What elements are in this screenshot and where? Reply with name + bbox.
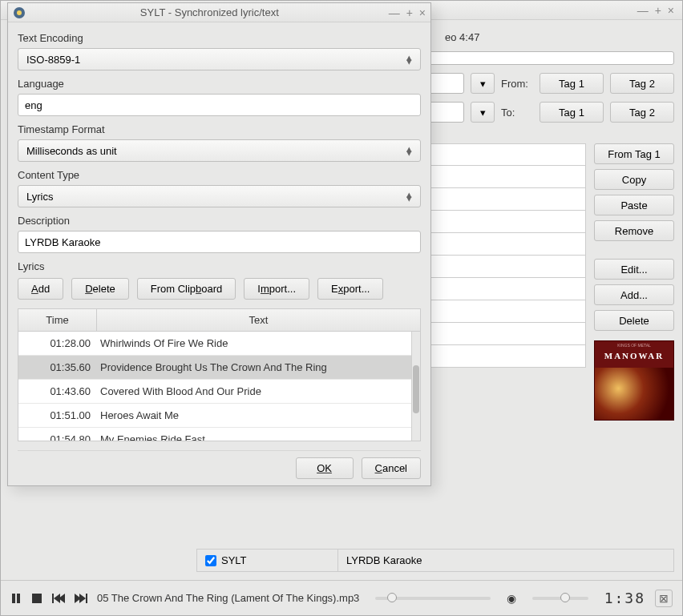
app-icon: [13, 6, 26, 19]
main-window-controls: — + ×: [637, 5, 674, 16]
timestamp-combo[interactable]: Milliseconds as unit ▴▾: [18, 139, 421, 162]
column-time-header[interactable]: Time: [18, 309, 97, 331]
chevron-down-icon: ▾: [480, 78, 486, 90]
time-display: 1:38: [604, 590, 645, 606]
to-label: To:: [501, 107, 533, 119]
lyrics-time-cell: 01:51.00: [18, 409, 97, 421]
previous-button[interactable]: [52, 593, 65, 604]
lyrics-text-cell: Heroes Await Me: [97, 409, 420, 421]
spinner-arrows-icon: ▴▾: [406, 55, 412, 63]
sylt-checkbox[interactable]: [205, 555, 216, 566]
close-icon[interactable]: ×: [668, 5, 674, 16]
language-label: Language: [18, 78, 421, 90]
from-tag2-button[interactable]: Tag 2: [610, 73, 674, 94]
column-text-header[interactable]: Text: [97, 309, 420, 331]
lyrics-row[interactable]: 01:28.00Whirlwinds Of Fire We Ride: [18, 332, 420, 356]
frames-row: SYLT LYRDB Karaoke: [196, 549, 674, 572]
minimize-icon[interactable]: —: [637, 5, 649, 16]
lyrics-button-row: Add Delete From Clipboard Import... Expo…: [18, 278, 421, 300]
player-track-title: 05 The Crown And The Ring (Lament Of The…: [97, 592, 359, 604]
timestamp-label: Timestamp Format: [18, 123, 421, 135]
dialog-titlebar: SYLT - Synchronized lyric/text — + ×: [8, 3, 430, 22]
maximize-icon[interactable]: +: [655, 5, 661, 16]
description-input[interactable]: [18, 231, 421, 253]
svg-rect-2: [32, 594, 42, 603]
from-tag1-button[interactable]: Tag 1: [540, 73, 604, 94]
volume-icon[interactable]: ◉: [507, 592, 516, 605]
lyrics-time-cell: 01:43.60: [18, 385, 97, 397]
lyrics-row[interactable]: 01:51.00Heroes Await Me: [18, 404, 420, 428]
lyrics-text-cell: Providence Brought Us The Crown And The …: [97, 361, 420, 373]
lyrics-row[interactable]: 01:35.60Providence Brought Us The Crown …: [18, 356, 420, 380]
from-label: From:: [501, 78, 533, 90]
copy-button[interactable]: Copy: [594, 169, 674, 190]
lyrics-time-cell: 01:54.80: [18, 433, 97, 441]
cover-band-name: MANOWAR: [595, 351, 673, 360]
lyrics-text-cell: Covered With Blood And Our Pride: [97, 385, 420, 397]
svg-marker-7: [79, 594, 86, 603]
minimize-icon[interactable]: —: [389, 7, 400, 18]
import-button[interactable]: Import...: [244, 278, 309, 300]
lyrics-section-label: Lyrics: [18, 260, 421, 272]
encoding-combo[interactable]: ISO-8859-1 ▴▾: [18, 48, 421, 70]
edit-button[interactable]: Edit...: [594, 259, 674, 280]
export-button[interactable]: Export...: [317, 278, 383, 300]
lyrics-row[interactable]: 01:43.60Covered With Blood And Our Pride: [18, 380, 420, 404]
language-input[interactable]: [18, 94, 421, 116]
encoding-label: Text Encoding: [18, 32, 421, 44]
dialog-footer: OK Cancel: [18, 450, 421, 479]
content-type-combo[interactable]: Lyrics ▴▾: [18, 185, 421, 207]
dialog-window-controls: — + ×: [389, 7, 426, 18]
next-button[interactable]: [75, 593, 87, 604]
cover-subtitle: KINGS OF METAL: [595, 343, 673, 348]
lyrics-table-body[interactable]: 01:28.00Whirlwinds Of Fire We Ride01:35.…: [18, 332, 420, 441]
paste-button[interactable]: Paste: [594, 195, 674, 215]
description-label: Description: [18, 215, 421, 227]
to-tag2-button[interactable]: Tag 2: [610, 102, 674, 123]
side-buttons: From Tag 1 Copy Paste Remove Edit... Add…: [594, 143, 674, 421]
remove-button[interactable]: Remove: [594, 220, 674, 241]
svg-rect-3: [52, 594, 54, 603]
stop-button[interactable]: [31, 593, 42, 604]
lyrics-add-button[interactable]: Add: [18, 278, 63, 300]
ok-button[interactable]: OK: [296, 457, 354, 479]
scrollbar[interactable]: [411, 332, 420, 441]
from-tag1-side-button[interactable]: From Tag 1: [594, 143, 674, 164]
lyrics-text-cell: Whirlwinds Of Fire We Ride: [97, 337, 420, 349]
pause-button[interactable]: [10, 593, 22, 604]
delete-button[interactable]: Delete: [594, 310, 674, 331]
frame-check-cell[interactable]: SYLT: [197, 550, 338, 571]
svg-rect-0: [12, 594, 15, 603]
close-player-button[interactable]: ⊠: [655, 590, 673, 607]
progress-slider[interactable]: [375, 597, 490, 600]
svg-point-10: [17, 10, 22, 15]
lyrics-table: Time Text 01:28.00Whirlwinds Of Fire We …: [18, 308, 421, 441]
scrollbar-thumb[interactable]: [413, 365, 419, 413]
to-tag1-button[interactable]: Tag 1: [540, 102, 604, 123]
add-button[interactable]: Add...: [594, 284, 674, 305]
spinner-arrows-icon: ▴▾: [406, 192, 412, 200]
dialog-content: Text Encoding ISO-8859-1 ▴▾ Language Tim…: [8, 22, 430, 485]
frame-desc-cell: LYRDB Karaoke: [338, 550, 673, 571]
cover-art: [595, 368, 673, 420]
svg-rect-1: [17, 594, 20, 603]
cancel-button[interactable]: Cancel: [362, 457, 421, 479]
maximize-icon[interactable]: +: [406, 7, 413, 18]
dialog-title: SYLT - Synchronized lyric/text: [30, 6, 389, 18]
volume-slider[interactable]: [532, 597, 588, 600]
lyrics-time-cell: 01:35.60: [18, 361, 97, 373]
lyrics-text-cell: My Enemies Ride Fast: [97, 433, 420, 441]
lyrics-time-cell: 01:28.00: [18, 337, 97, 349]
chevron-down-icon: ▾: [480, 107, 486, 119]
svg-rect-8: [86, 594, 87, 603]
lyrics-row[interactable]: 01:54.80My Enemies Ride Fast: [18, 428, 420, 441]
close-icon[interactable]: ×: [419, 7, 426, 18]
sylt-dialog: SYLT - Synchronized lyric/text — + × Tex…: [7, 2, 431, 486]
lyrics-delete-button[interactable]: Delete: [71, 278, 129, 300]
album-cover[interactable]: KINGS OF METAL MANOWAR: [594, 340, 674, 421]
from-clipboard-button[interactable]: From Clipboard: [137, 278, 236, 300]
from-dropdown-button[interactable]: ▾: [471, 73, 495, 94]
player-bar: 05 The Crown And The Ring (Lament Of The…: [1, 580, 682, 615]
content-type-label: Content Type: [18, 169, 421, 181]
to-dropdown-button[interactable]: ▾: [471, 102, 495, 123]
